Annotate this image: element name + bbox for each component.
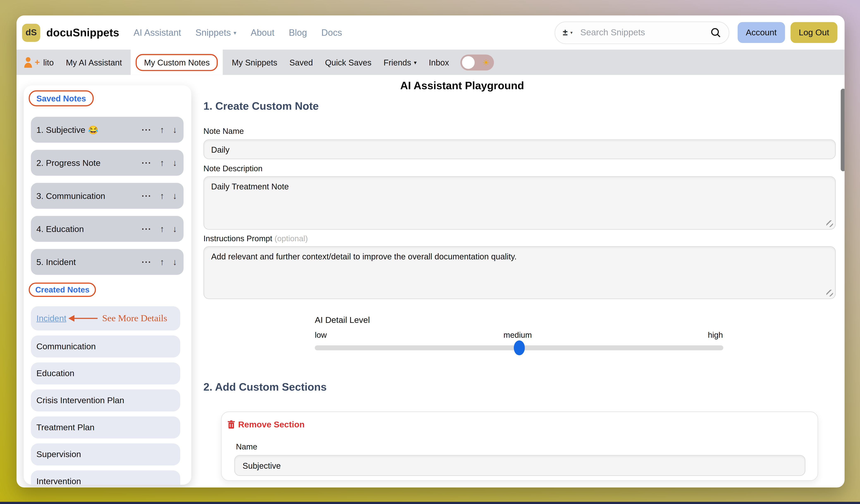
logout-button[interactable]: Log Out <box>790 22 837 43</box>
tab-quick-saves[interactable]: Quick Saves <box>325 58 372 67</box>
tab-my-snippets[interactable]: My Snippets <box>232 58 277 67</box>
account-button[interactable]: Account <box>737 22 785 43</box>
detail-level-slider[interactable] <box>315 345 723 350</box>
tab-saved[interactable]: Saved <box>289 58 313 67</box>
created-note-item[interactable]: Supervision <box>31 444 180 465</box>
chevron-down-icon[interactable]: ▾ <box>570 30 573 35</box>
remove-section-button[interactable]: Remove Section <box>228 420 304 430</box>
tab-my-custom-notes[interactable]: My Custom Notes <box>136 54 218 71</box>
section1-heading: 1. Create Custom Note <box>203 100 319 113</box>
created-note-item-incident[interactable]: Incident See More Details <box>31 306 180 330</box>
active-tab-wrap: My Custom Notes <box>131 49 223 75</box>
incident-link[interactable]: Incident <box>37 313 66 323</box>
more-menu-icon[interactable]: ··· <box>142 125 152 134</box>
nav-ai-assistant[interactable]: AI Assistant <box>133 27 181 38</box>
theme-toggle[interactable]: ☀ <box>460 54 494 70</box>
brand-name: docuSnippets <box>46 26 119 39</box>
move-down-icon[interactable]: ↓ <box>173 158 177 168</box>
subnav: + lito My AI Assistant My Custom Notes M… <box>16 49 845 75</box>
created-notes-badge[interactable]: Created Notes <box>29 283 96 297</box>
left-arrow-icon <box>69 315 98 322</box>
note-name-label: Note Name <box>203 127 244 135</box>
sun-icon: ☀ <box>483 56 490 68</box>
tick-medium: medium <box>490 330 545 339</box>
created-note-item[interactable]: Education <box>31 362 180 385</box>
move-up-icon[interactable]: ↑ <box>160 125 164 135</box>
tick-low: low <box>315 330 327 339</box>
saved-note-item[interactable]: 4. Education ··· ↑ ↓ <box>31 216 184 242</box>
note-name-input[interactable]: Daily <box>203 139 836 159</box>
search-icon[interactable] <box>711 27 721 38</box>
doctor-user-icon <box>23 56 34 68</box>
instructions-textarea[interactable]: Add relevant and further context/detail … <box>203 246 836 299</box>
created-note-item[interactable]: Treatment Plan <box>31 416 180 439</box>
saved-note-item[interactable]: 2. Progress Note ··· ↑ ↓ <box>31 150 184 176</box>
plus-icon: + <box>35 57 40 67</box>
user-chip[interactable]: + lito <box>23 56 54 68</box>
tick-high: high <box>708 330 723 339</box>
detail-level-label: AI Detail Level <box>315 315 370 325</box>
resize-grip-icon[interactable] <box>826 290 833 296</box>
saved-notes-badge[interactable]: Saved Notes <box>29 90 94 106</box>
more-menu-icon[interactable]: ··· <box>142 257 152 266</box>
screen-bottom-strip <box>0 502 860 504</box>
instructions-label: Instructions Prompt (optional) <box>203 234 308 243</box>
move-down-icon[interactable]: ↓ <box>173 224 177 234</box>
note-description-label: Note Description <box>203 164 262 173</box>
playground-main: AI Assistant Playground 1. Create Custom… <box>203 74 836 488</box>
tab-my-ai-assistant[interactable]: My AI Assistant <box>66 58 122 67</box>
toggle-knob[interactable] <box>462 56 474 69</box>
custom-section-card: Remove Section Name Subjective <box>221 412 818 481</box>
more-menu-icon[interactable]: ··· <box>142 224 152 233</box>
section-name-label: Name <box>236 442 257 451</box>
annotation-text: See More Details <box>102 313 167 324</box>
search-bar[interactable]: ± ▾ Search Snippets <box>555 21 729 44</box>
created-note-item[interactable]: Communication <box>31 336 180 358</box>
more-menu-icon[interactable]: ··· <box>142 191 152 201</box>
app-logo: dS <box>22 23 40 42</box>
search-filter-icon[interactable]: ± <box>563 28 568 38</box>
chevron-down-icon: ▾ <box>234 30 236 35</box>
move-up-icon[interactable]: ↑ <box>160 224 164 234</box>
nav-snippets[interactable]: Snippets▾ <box>195 27 236 38</box>
nav-blog[interactable]: Blog <box>289 27 307 38</box>
chevron-down-icon: ▾ <box>414 59 417 65</box>
app-window: dS docuSnippets AI Assistant Snippets▾ A… <box>16 15 845 488</box>
move-up-icon[interactable]: ↑ <box>160 158 164 168</box>
search-input[interactable]: Search Snippets <box>580 28 645 38</box>
saved-note-item[interactable]: 1. Subjective 😂 ··· ↑ ↓ <box>31 117 184 143</box>
page-title: AI Assistant Playground <box>400 79 524 92</box>
move-up-icon[interactable]: ↑ <box>160 191 164 201</box>
desktop-background: dS docuSnippets AI Assistant Snippets▾ A… <box>0 0 860 504</box>
created-note-item[interactable]: Intervention <box>31 470 180 485</box>
move-down-icon[interactable]: ↓ <box>173 191 177 201</box>
tab-inbox[interactable]: Inbox <box>429 58 449 67</box>
trash-icon <box>228 420 235 429</box>
saved-note-item[interactable]: 5. Incident ··· ↑ ↓ <box>31 249 184 275</box>
top-nav: AI Assistant Snippets▾ About Blog Docs <box>133 27 342 38</box>
nav-docs[interactable]: Docs <box>321 27 342 38</box>
saved-note-item[interactable]: 3. Communication ··· ↑ ↓ <box>31 183 184 209</box>
move-down-icon[interactable]: ↓ <box>173 257 177 267</box>
created-notes-list: Incident See More Details Communication … <box>24 306 191 485</box>
created-note-item[interactable]: Crisis Intervention Plan <box>31 389 180 412</box>
page-scrollbar[interactable] <box>841 89 845 171</box>
resize-grip-icon[interactable] <box>826 220 833 227</box>
slider-thumb[interactable] <box>514 340 525 355</box>
header: dS docuSnippets AI Assistant Snippets▾ A… <box>16 15 845 49</box>
move-up-icon[interactable]: ↑ <box>160 257 164 267</box>
move-down-icon[interactable]: ↓ <box>173 125 177 135</box>
joy-emoji-icon: 😂 <box>88 125 98 135</box>
more-menu-icon[interactable]: ··· <box>142 158 152 167</box>
nav-about[interactable]: About <box>251 27 274 38</box>
optional-hint: (optional) <box>274 234 308 243</box>
username: lito <box>43 58 54 67</box>
notes-sidebar: Saved Notes 1. Subjective 😂 ··· ↑ ↓ 2. P… <box>24 85 191 485</box>
note-description-textarea[interactable]: Daily Treatment Note <box>203 176 836 230</box>
tab-friends[interactable]: Friends▾ <box>384 58 417 67</box>
section-name-input[interactable]: Subjective <box>234 455 805 476</box>
saved-notes-list: 1. Subjective 😂 ··· ↑ ↓ 2. Progress Note… <box>24 117 191 275</box>
section2-heading: 2. Add Custom Sections <box>203 381 327 393</box>
